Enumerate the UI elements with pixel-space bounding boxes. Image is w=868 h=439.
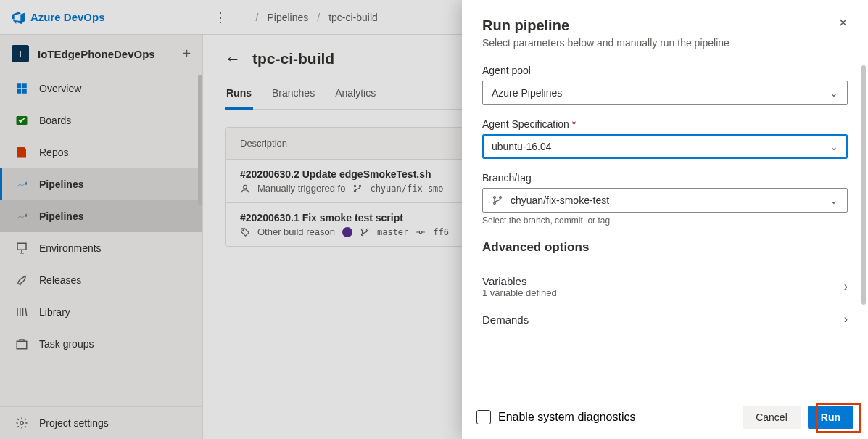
- close-icon[interactable]: ✕: [838, 17, 848, 29]
- branch-icon: [360, 227, 370, 237]
- sidebar-item-pipelines-sub[interactable]: Pipelines: [0, 200, 202, 232]
- demands-title: Demands: [482, 313, 529, 326]
- repos-icon: [15, 145, 29, 160]
- agent-spec-label: Agent Specification *: [482, 118, 848, 130]
- gear-icon: [15, 416, 29, 430]
- svg-rect-6: [17, 341, 27, 349]
- diagnostics-checkbox-row[interactable]: Enable system diagnostics: [476, 410, 635, 424]
- project-name: IoTEdgePhoneDevOps: [38, 48, 155, 60]
- task-groups-icon: [15, 337, 29, 351]
- svg-rect-5: [17, 243, 26, 250]
- boards-icon: [15, 113, 29, 128]
- breadcrumb: / Pipelines / tpc-ci-build: [256, 12, 378, 23]
- demands-row[interactable]: Demands ›: [482, 305, 848, 333]
- overview-icon: [15, 81, 29, 96]
- pipelines-sub-icon: [15, 209, 29, 223]
- panel-footer: Enable system diagnostics Cancel Run: [462, 395, 868, 439]
- svg-point-7: [20, 422, 24, 425]
- breadcrumb-pipeline-name[interactable]: tpc-ci-build: [328, 12, 378, 23]
- sidebar-item-label: Overview: [39, 83, 81, 94]
- run-pipeline-panel: Run pipeline Select parameters below and…: [462, 0, 868, 439]
- app-name: Azure DevOps: [30, 11, 105, 23]
- agent-pool-select[interactable]: Azure Pipelines ⌄: [482, 81, 848, 105]
- tab-runs[interactable]: Runs: [225, 81, 253, 110]
- add-icon[interactable]: +: [182, 46, 191, 62]
- sidebar-item-label: Task groups: [39, 338, 94, 350]
- breadcrumb-pipelines[interactable]: Pipelines: [267, 12, 308, 23]
- sidebar-item-library[interactable]: Library: [0, 296, 202, 328]
- sidebar-item-task-groups[interactable]: Task groups: [0, 328, 202, 360]
- chevron-right-icon: ›: [844, 313, 848, 326]
- environments-icon: [15, 241, 29, 255]
- sidebar-item-repos[interactable]: Repos: [0, 136, 202, 168]
- sidebar-item-environments[interactable]: Environments: [0, 232, 202, 264]
- agent-spec-select[interactable]: ubuntu-16.04 ⌄: [482, 134, 848, 159]
- panel-subtitle: Select parameters below and manually run…: [482, 37, 729, 49]
- svg-rect-0: [17, 83, 21, 88]
- project-header[interactable]: I IoTEdgePhoneDevOps +: [0, 35, 202, 73]
- svg-point-17: [494, 197, 496, 199]
- run-trigger: Manually triggered fo: [257, 183, 345, 194]
- agent-spec-value: ubuntu-16.04: [492, 141, 552, 152]
- releases-icon: [15, 273, 29, 287]
- svg-point-18: [500, 197, 502, 199]
- svg-rect-1: [22, 83, 27, 88]
- chevron-down-icon: ⌄: [830, 141, 838, 152]
- chevron-down-icon: ⌄: [830, 87, 838, 99]
- agent-pool-value: Azure Pipelines: [492, 87, 562, 99]
- sidebar-item-pipelines[interactable]: Pipelines: [0, 168, 202, 200]
- kebab-menu-icon[interactable]: ⋮: [214, 9, 227, 25]
- app-logo[interactable]: Azure DevOps: [12, 11, 105, 24]
- variables-sub: 1 variable defined: [482, 287, 557, 298]
- sidebar-item-boards[interactable]: Boards: [0, 104, 202, 136]
- variables-row[interactable]: Variables 1 variable defined ›: [482, 268, 848, 305]
- variables-title: Variables: [482, 275, 557, 287]
- tab-analytics[interactable]: Analytics: [334, 81, 377, 109]
- diagnostics-checkbox[interactable]: [476, 410, 491, 424]
- svg-point-9: [355, 185, 356, 186]
- sidebar-item-label: Releases: [39, 274, 81, 286]
- run-button[interactable]: Run: [808, 406, 853, 429]
- run-trigger: Other build reason: [257, 226, 335, 237]
- chevron-right-icon: ›: [844, 280, 848, 293]
- svg-point-13: [361, 229, 363, 230]
- commit-icon: [416, 227, 426, 237]
- agent-pool-label: Agent pool: [482, 65, 848, 76]
- svg-rect-2: [17, 89, 21, 94]
- sidebar-item-label: Pipelines: [39, 179, 83, 190]
- run-branch: chyuan/fix-smo: [370, 184, 443, 194]
- run-branch: master: [377, 227, 408, 237]
- svg-point-8: [244, 185, 247, 189]
- cancel-button[interactable]: Cancel: [743, 406, 801, 429]
- svg-point-12: [243, 229, 244, 231]
- breadcrumb-sep: /: [256, 12, 259, 23]
- sidebar-item-label: Boards: [39, 115, 71, 126]
- back-arrow-icon[interactable]: ←: [225, 49, 241, 68]
- sidebar-item-label: Project settings: [39, 417, 109, 429]
- sidebar-item-project-settings[interactable]: Project settings: [0, 407, 202, 439]
- tag-icon: [240, 227, 250, 237]
- advanced-heading: Advanced options: [482, 240, 848, 255]
- avatar-icon: [342, 227, 352, 237]
- library-icon: [15, 305, 29, 319]
- project-icon: I: [12, 45, 29, 62]
- sidebar-item-releases[interactable]: Releases: [0, 264, 202, 296]
- sidebar-item-label: Library: [39, 306, 70, 318]
- azure-devops-icon: [12, 11, 25, 24]
- branch-helper: Select the branch, commit, or tag: [482, 216, 848, 226]
- pipelines-icon: [15, 177, 29, 192]
- branch-select[interactable]: chyuan/fix-smoke-test ⌄: [482, 188, 848, 213]
- pipeline-title: tpc-ci-build: [252, 50, 334, 67]
- svg-point-16: [420, 231, 423, 234]
- sidebar-item-label: Repos: [39, 147, 68, 158]
- branch-icon: [492, 194, 503, 206]
- branch-icon: [352, 184, 363, 194]
- sidebar-scrollbar[interactable]: [198, 75, 202, 205]
- sidebar-item-label: Pipelines: [39, 210, 83, 222]
- branch-label: Branch/tag: [482, 172, 848, 184]
- svg-point-14: [366, 229, 368, 230]
- sidebar-item-overview[interactable]: Overview: [0, 73, 202, 104]
- tab-branches[interactable]: Branches: [270, 81, 316, 109]
- panel-body: Run pipeline Select parameters below and…: [462, 0, 868, 395]
- panel-scrollbar[interactable]: [861, 65, 866, 305]
